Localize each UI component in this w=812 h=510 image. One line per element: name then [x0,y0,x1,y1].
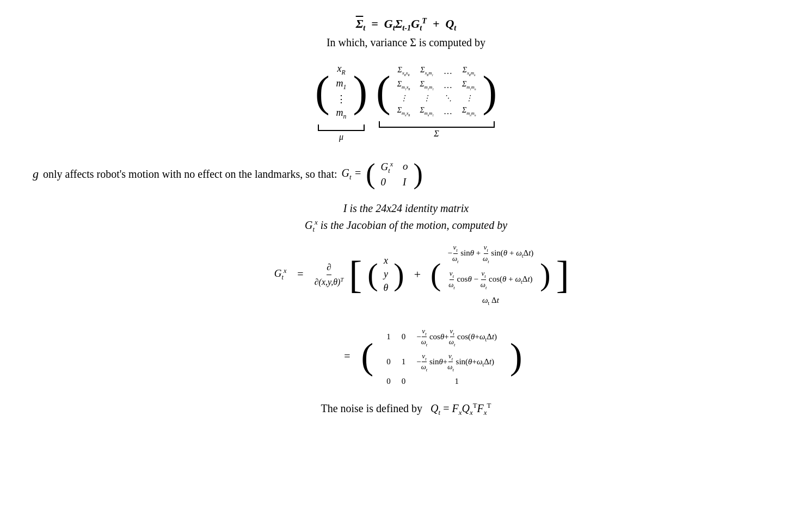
noise-line: The noise is defined by Qt = FxQxTFxT [33,401,779,417]
mu-vector: ( xR m1 ⋮ mn ) [315,60,367,123]
left-paren-gt: ( [366,160,375,188]
r1c2: 0 [402,332,406,341]
xyz-x: x [383,255,388,266]
gt-11: Gtx [380,160,393,175]
subtitle-text: In which, variance Σ is computed by [33,36,779,49]
rhs-row-1: −vtωt sinθ + vtωt sin(θ + ωtΔt) [447,243,533,264]
sc-1-2: ΣxRm1 [420,66,433,76]
sc-2-4: Σm1mn [462,80,476,90]
gt-21: 0 [380,176,393,188]
rhs-cells: −vtωt sinθ + vtωt sin(θ + ωtΔt) vtωt cos… [441,241,540,308]
sigma-bar-equation: Σt = GtΣt-1GtT + Qt [33,16,779,33]
rhs-row-2: vtωt cosθ − vtωt cos(θ + ωtΔt) [447,269,533,290]
sc-3-1: ⋮ [400,94,408,103]
mu-cells: xR m1 ⋮ mn [330,60,353,123]
mu-underbrace [318,125,365,131]
xyz-theta: θ [383,282,388,294]
r1c3: −vtωt cosθ+vtωt cos(θ+ωtΔt) [416,327,497,347]
mu-label: μ [339,132,343,142]
partial-num: ∂ [327,262,331,275]
r2c1: 0 [386,357,391,366]
gt-22: I [403,176,408,188]
sigma-matrix-group: ( ΣxRxR ΣxRm1 … ΣxRmn Σm1xR Σm1m1 … Σm1m… [376,63,497,138]
sc-4-3: … [444,107,452,116]
eq-sign-2: = [344,350,350,363]
gt-cells: Gtx o 0 I [375,158,413,190]
g-symbol: g [33,167,39,181]
left-paren-sigma: ( [376,70,391,113]
col-vec-xyz: ( x y θ ) [367,253,404,296]
mu-row-2: m1 [336,78,347,91]
sc-2-1: Σm1xR [397,80,410,90]
r3c1: 0 [386,377,391,386]
mu-vector-group: ( xR m1 ⋮ mn ) μ [315,60,367,142]
right-paren-mu: ) [353,70,367,113]
sc-2-2: Σm1m1 [420,80,433,90]
left-paren-mu: ( [315,70,330,113]
sc-4-1: ΣmnxR [397,106,410,116]
r3c2: 0 [402,377,406,386]
r2c3: −vtωt sinθ+vtωt sin(θ+ωtΔt) [416,352,497,372]
gt-12: o [403,160,408,175]
g-line-text: only affects robot's motion with no effe… [43,168,337,181]
frac-vt-wt-3: vtωt [448,269,455,290]
right-paren-xyz: ) [393,256,404,293]
jacobian-block: Gtx = ∂ ∂(x,y,θ)T [ ( x y θ ) + [33,241,779,389]
eq-sign-1: = [297,268,303,281]
sc-3-3: ⋱ [444,94,452,103]
partial-frac: ∂ ∂(x,y,θ)T [315,262,344,287]
right-paren-result: ) [510,335,522,378]
gt-label: Gt = [342,167,362,182]
jacobian-row-2: = ( 1 0 −vtωt cosθ+vtωt cos(θ+ωtΔt) 0 1 [290,324,522,389]
sigma-matrix: ( ΣxRxR ΣxRm1 … ΣxRmn Σm1xR Σm1m1 … Σm1m… [376,63,497,120]
matrix-display: ( xR m1 ⋮ mn ) μ ( ΣxRxR ΣxRm1 [33,60,779,142]
r3c3: 1 [416,377,497,386]
r2c2: 1 [402,357,406,366]
sc-2-3: … [444,80,452,90]
jacobian-label: Gtx is the Jacobian of the motion, compu… [33,218,779,234]
plus-1: + [414,268,421,282]
rhs-row-3: ωt Δt [447,296,533,306]
right-paren-sigma: ) [482,70,497,113]
right-paren-rhs: ) [540,256,550,293]
partial-den: ∂(x,y,θ)T [315,275,344,287]
xyz-cells: x y θ [378,253,393,296]
r1c1: 1 [386,332,391,341]
sigma-cells: ΣxRxR ΣxRm1 … ΣxRmn Σm1xR Σm1m1 … Σm1mn … [391,63,483,120]
sigma-label: Σ [434,129,439,139]
mu-row-n: mn [336,107,347,120]
frac-vt-wt-1: vtωt [452,243,459,264]
result-cells: 1 0 −vtωt cosθ+vtωt cos(θ+ωtΔt) 0 1 −vtω… [379,324,505,389]
frac-vt-wt-2: vtωt [483,243,489,264]
main-content: Σt = GtΣt-1GtT + Qt In which, variance Σ… [33,16,779,417]
mu-row-1: xR [337,63,345,76]
jacobian-row-1: Gtx = ∂ ∂(x,y,θ)T [ ( x y θ ) + [243,241,569,308]
sc-4-4: Σmnmn [462,106,476,116]
left-paren-rhs: ( [430,256,441,293]
left-bracket: [ [349,255,362,294]
sigma-underbrace [379,121,495,128]
right-paren-gt: ) [414,160,423,188]
gt-matrix: ( Gtx o 0 I ) [366,158,423,190]
right-bracket: ] [556,255,569,294]
sc-1-4: ΣxRmn [463,66,476,76]
left-paren-xyz: ( [367,256,378,293]
rhs-matrix: ( −vtωt sinθ + vtωt sin(θ + ωtΔt) vtωt c… [430,241,551,308]
sc-4-2: Σmnm1 [420,106,433,116]
mu-row-dots: ⋮ [336,93,346,105]
sc-1-1: ΣxRxR [398,66,410,76]
result-matrix-wrap: ( 1 0 −vtωt cosθ+vtωt cos(θ+ωtΔt) 0 1 −v… [361,324,522,389]
left-paren-result: ( [361,335,374,378]
xyz-y: y [383,269,388,280]
sc-3-4: ⋮ [465,94,473,103]
top-equation-section: Σt = GtΣt-1GtT + Qt In which, variance Σ… [33,16,779,49]
g-line: g only affects robot's motion with no ef… [33,158,779,190]
frac-vt-wt-4: vtωt [481,269,487,290]
sc-3-2: ⋮ [423,94,430,103]
jacobian-lhs: Gtx [243,267,286,282]
sc-1-3: … [444,66,452,76]
identity-label: I is the 24x24 identity matrix [33,202,779,215]
